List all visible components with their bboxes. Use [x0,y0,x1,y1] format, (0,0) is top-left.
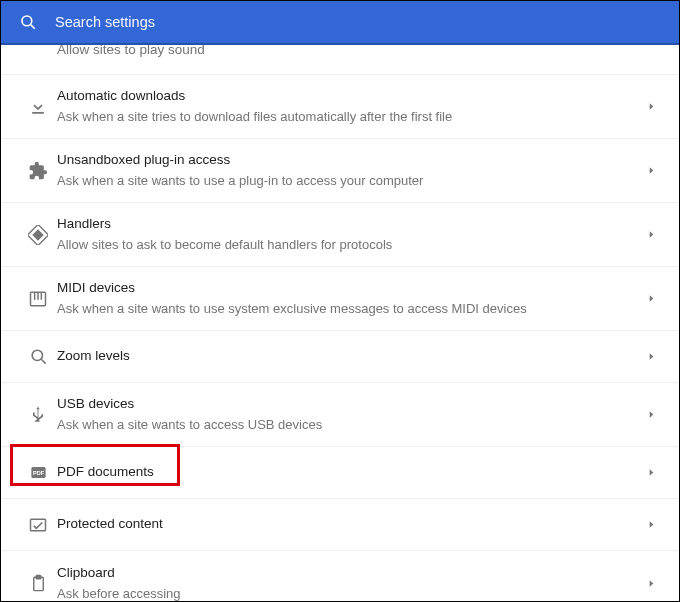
row-text: Automatic downloads Ask when a site trie… [57,75,646,138]
svg-rect-3 [33,230,42,239]
chevron-right-icon [646,293,657,304]
settings-row-usb[interactable]: USB devices Ask when a site wants to acc… [1,383,679,447]
chevron-right-icon [646,519,657,530]
row-title: Zoom levels [57,347,646,366]
protected-icon [19,515,57,535]
settings-row-clipboard[interactable]: Clipboard Ask before accessing [1,551,679,602]
settings-row-protected-content[interactable]: Protected content [1,499,679,551]
midi-icon [19,289,57,309]
zoom-icon [19,347,57,366]
search-header[interactable]: Search settings [1,1,679,45]
svg-point-0 [22,16,32,26]
row-title: PDF documents [57,463,646,482]
settings-row-zoom[interactable]: Zoom levels [1,331,679,383]
puzzle-icon [19,161,57,181]
pdf-icon: PDF [19,463,57,482]
chevron-right-icon [646,101,657,112]
row-title: USB devices [57,395,646,414]
row-text: Protected content [57,503,646,546]
row-text: USB devices Ask when a site wants to acc… [57,383,646,446]
chevron-right-icon [646,165,657,176]
search-placeholder: Search settings [55,14,155,30]
row-title: MIDI devices [57,279,646,298]
svg-rect-12 [31,519,46,531]
settings-list: Allow sites to play sound Automatic down… [1,45,679,602]
settings-row-unsandboxed-plugin[interactable]: Unsandboxed plug-in access Ask when a si… [1,139,679,203]
handlers-icon [19,225,57,245]
svg-text:PDF: PDF [32,471,44,477]
row-subtitle: Ask before accessing [57,585,646,602]
settings-row-sound[interactable]: Allow sites to play sound [1,45,679,75]
chevron-right-icon [646,467,657,478]
row-title: Handlers [57,215,646,234]
row-title: Allow sites to play sound [57,43,205,57]
settings-row-automatic-downloads[interactable]: Automatic downloads Ask when a site trie… [1,75,679,139]
svg-point-8 [32,350,42,360]
row-text: PDF documents [57,451,646,494]
row-subtitle: Ask when a site tries to download files … [57,108,646,126]
row-text: Clipboard Ask before accessing [57,552,646,602]
row-subtitle: Ask when a site wants to use system excl… [57,300,646,318]
chevron-right-icon [646,578,657,589]
row-subtitle: Ask when a site wants to access USB devi… [57,416,646,434]
search-icon [19,13,37,31]
row-text: Handlers Allow sites to ask to become de… [57,203,646,266]
clipboard-icon [19,574,57,593]
svg-line-1 [31,25,35,29]
settings-row-handlers[interactable]: Handlers Allow sites to ask to become de… [1,203,679,267]
settings-row-pdf[interactable]: PDF PDF documents [1,447,679,499]
chevron-right-icon [646,409,657,420]
row-text: Zoom levels [57,335,646,378]
svg-rect-14 [36,575,41,578]
chevron-right-icon [646,229,657,240]
usb-icon [19,405,57,425]
download-icon [19,97,57,117]
row-text: MIDI devices Ask when a site wants to us… [57,267,646,330]
row-title: Clipboard [57,564,646,583]
svg-line-9 [41,360,45,364]
row-subtitle: Ask when a site wants to use a plug-in t… [57,172,646,190]
row-title: Protected content [57,515,646,534]
row-text: Unsandboxed plug-in access Ask when a si… [57,139,646,202]
chevron-right-icon [646,351,657,362]
row-title: Automatic downloads [57,87,646,106]
row-title: Unsandboxed plug-in access [57,151,646,170]
settings-row-midi[interactable]: MIDI devices Ask when a site wants to us… [1,267,679,331]
row-subtitle: Allow sites to ask to become default han… [57,236,646,254]
